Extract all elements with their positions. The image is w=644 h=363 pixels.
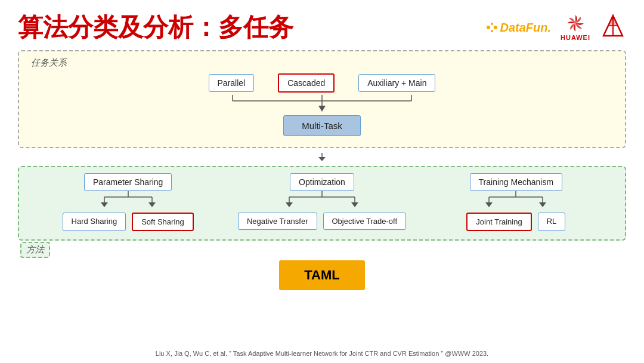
mid-arrow-svg	[316, 153, 328, 161]
svg-marker-17	[318, 157, 326, 161]
method-label: 方法	[20, 242, 50, 258]
huawei-text: HUAWEI	[561, 34, 590, 41]
citation-text: Liu X, Jia Q, Wu C, et al. " Task Adapti…	[156, 350, 488, 357]
col-training: Training Mechanism Joint Training	[419, 173, 613, 231]
ship-icon	[600, 13, 626, 39]
citation-area: Liu X, Jia Q, Wu C, et al. " Task Adapti…	[0, 347, 644, 358]
node-optimization: Optimization	[290, 173, 354, 191]
datafun-text: DataFun.	[500, 21, 551, 35]
mid-arrow	[18, 153, 626, 161]
training-connectors	[468, 191, 564, 208]
datafun-icon	[485, 21, 499, 34]
node-auxiliary-main: Auxiliary + Main	[358, 74, 435, 92]
logos-area: DataFun. HUAWEI	[485, 13, 626, 42]
svg-marker-21	[101, 202, 108, 207]
node-negative-transfer: Negative Transfer	[238, 213, 317, 230]
param-sharing-connectors	[80, 191, 176, 208]
datafun-logo: DataFun.	[485, 21, 551, 35]
page-container: 算法分类及分析：多任务 DataFun.	[0, 0, 644, 290]
node-objective-tradeoff: Objective Trade-off	[323, 213, 407, 230]
node-cascaded: Cascaded	[278, 73, 335, 93]
main-content: 任务关系 Parallel Cascaded Auxiliary + Main	[0, 50, 644, 259]
node-param-sharing: Parameter Sharing	[84, 173, 172, 191]
node-parallel: Parallel	[209, 74, 255, 92]
task-relation-box: 任务关系 Parallel Cascaded Auxiliary + Main	[18, 50, 626, 148]
huawei-logo: HUAWEI	[561, 14, 590, 41]
optimization-connectors	[262, 191, 382, 208]
node-taml[interactable]: TAML	[279, 260, 364, 290]
node-training-mechanism: Training Mechanism	[470, 173, 563, 191]
top-connectors-svg	[143, 95, 501, 112]
training-children: Joint Training RL	[466, 213, 565, 231]
ship-logo	[600, 13, 626, 42]
svg-point-2	[494, 26, 497, 29]
task-type-row: Parallel Cascaded Auxiliary + Main	[31, 73, 613, 93]
header: 算法分类及分析：多任务 DataFun.	[0, 0, 644, 50]
task-relation-label: 任务关系	[31, 57, 613, 69]
taml-section: TAML	[0, 260, 644, 290]
svg-marker-27	[286, 202, 293, 207]
node-multitask: Multi-Task	[283, 115, 361, 136]
node-rl: RL	[538, 213, 566, 231]
method-box: Parameter Sharing Hard Sharing	[18, 166, 626, 241]
col-param-sharing: Parameter Sharing Hard Sharing	[31, 173, 225, 231]
page-title: 算法分类及分析：多任务	[18, 11, 293, 44]
svg-marker-35	[539, 202, 546, 207]
huawei-icon	[564, 14, 587, 33]
svg-point-1	[491, 23, 493, 25]
three-columns: Parameter Sharing Hard Sharing	[31, 173, 613, 231]
svg-marker-8	[608, 16, 618, 26]
node-hard-sharing: Hard Sharing	[63, 213, 126, 231]
node-soft-sharing: Soft Sharing	[132, 213, 194, 231]
svg-marker-15	[318, 106, 326, 112]
svg-point-0	[487, 26, 490, 29]
multitask-row: Multi-Task	[31, 115, 613, 136]
method-label-area: 方法	[18, 242, 626, 258]
col-optimization: Optimization Negative Transfer	[225, 173, 419, 230]
svg-marker-29	[351, 202, 358, 207]
svg-marker-33	[485, 202, 493, 207]
param-children: Hard Sharing Soft Sharing	[63, 213, 194, 231]
node-joint-training: Joint Training	[466, 213, 531, 231]
svg-marker-23	[148, 202, 156, 207]
svg-point-3	[491, 30, 493, 32]
optimization-children: Negative Transfer Objective Trade-off	[238, 213, 406, 230]
